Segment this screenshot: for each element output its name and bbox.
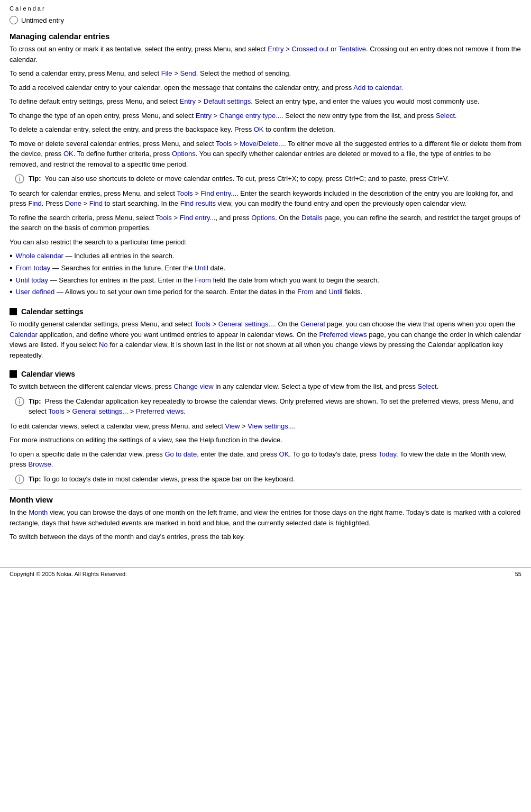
bullet-until-today: • Until today — Searches for entries in … <box>10 275 521 286</box>
link-today: Today <box>378 450 396 458</box>
link-until-2: Until <box>328 288 342 296</box>
link-change-view: Change view <box>173 382 213 390</box>
link-find-entry-1: Find entry.... <box>200 189 238 197</box>
para-edit-views: To edit calendar views, select a calenda… <box>10 421 521 432</box>
link-from-today: From today <box>16 264 51 272</box>
link-browse: Browse <box>28 460 51 468</box>
page-footer: Copyright © 2005 Nokia. All Rights Reser… <box>0 567 531 580</box>
svg-point-4 <box>19 399 20 400</box>
bullet-user-defined-rest: — Allows you to set your own time period… <box>54 288 362 296</box>
untimed-entry-icon <box>10 16 18 24</box>
bullet-until-today-rest: — Searches for entries in the past. Ente… <box>48 276 379 284</box>
link-general-settings-2: General settings... <box>72 407 129 415</box>
para-calendar-settings: To modify general calendar settings, pre… <box>10 319 521 360</box>
tip-icon-2 <box>15 397 24 406</box>
link-select-2: Select <box>418 382 437 390</box>
para-change-entry-type: To change the type of an open entry, pre… <box>10 111 521 121</box>
link-view-settings: View settings.... <box>248 422 296 430</box>
bullet-list-time-period: • Whole calendar — Includes all entries … <box>10 251 521 298</box>
link-from-field: From <box>195 276 211 284</box>
link-tools-2: Tools <box>177 189 193 197</box>
link-find-1: Find <box>28 199 41 207</box>
para-tab-key: To switch between the days of the month … <box>10 532 521 542</box>
tip-icon-3 <box>15 475 24 484</box>
svg-point-1 <box>19 177 20 178</box>
link-details: Details <box>301 214 323 222</box>
link-entry-1: Entry <box>268 45 283 53</box>
para-send: To send a calendar entry, press Menu, an… <box>10 68 521 79</box>
link-go-to-date: Go to date <box>164 450 197 458</box>
link-entry-3: Entry <box>196 112 212 120</box>
tip-box-1: Tip: You can also use shortcuts to delet… <box>10 174 521 184</box>
link-options-2: Options <box>251 214 275 222</box>
link-preferred-views-2: Preferred views <box>136 407 184 415</box>
para-restrict-time: You can also restrict the search to a pa… <box>10 237 521 248</box>
link-send: Send <box>180 69 196 77</box>
link-ok-1: OK <box>254 125 264 133</box>
page-number: 55 <box>515 571 521 577</box>
link-select-1: Select <box>436 112 455 120</box>
para-default-settings: To define default entry settings, press … <box>10 96 521 107</box>
tip-icon-1 <box>15 174 24 184</box>
bullet-from-today: • From today — Searches for entries in t… <box>10 263 521 274</box>
bullet-whole-calendar-rest: — Includes all entries in the search. <box>63 252 175 260</box>
link-find-entry-2: Find entry... <box>180 214 216 222</box>
calendar-settings-section-heading: Calendar settings <box>10 307 521 316</box>
bullet-user-defined: • User defined — Allows you to set your … <box>10 287 521 298</box>
link-no: No <box>99 341 108 349</box>
link-find-results: Find results <box>180 199 216 207</box>
page-title: Calendar <box>10 5 46 12</box>
link-tentative: Tentative <box>338 45 366 53</box>
page-header: Calendar <box>0 0 531 14</box>
untimed-entry-label: Untimed entry <box>21 16 64 24</box>
para-move-delete: To move or delete several calendar entri… <box>10 139 521 170</box>
link-until-1: Until <box>195 264 208 272</box>
bullet-whole-calendar: • Whole calendar — Includes all entries … <box>10 251 521 262</box>
tip-text-2: Tip: Press the Calendar application key … <box>29 396 521 417</box>
link-crossed-out: Crossed out <box>291 45 328 53</box>
link-default-settings: Default settings <box>204 97 251 105</box>
para-go-to-date: To open a specific date in the calendar … <box>10 449 521 470</box>
para-search-entries: To search for calendar entries, press Me… <box>10 188 521 209</box>
black-square-1 <box>10 308 17 315</box>
para-add-calendar: To add a received calendar entry to your… <box>10 83 521 93</box>
link-options-1: Options <box>172 150 196 158</box>
calendar-settings-heading: Calendar settings <box>21 307 83 316</box>
para-crossout: To cross out an entry or mark it as tent… <box>10 44 521 65</box>
tip-box-3: Tip: To go to today's date in most calen… <box>10 474 521 485</box>
link-tools-1: Tools <box>216 140 232 148</box>
black-square-2 <box>10 370 17 378</box>
link-tools-4: Tools <box>195 320 210 328</box>
link-file: File <box>161 69 172 77</box>
bullet-from-today-rest: — Searches for entries in the future. En… <box>50 264 225 272</box>
calendar-views-section-heading: Calendar views <box>10 370 521 378</box>
para-switch-views: To switch between the different calendar… <box>10 381 521 392</box>
link-tools-5: Tools <box>48 407 64 415</box>
link-calendar-app: Calendar <box>10 331 38 339</box>
link-general: General <box>300 320 325 328</box>
link-entry-2: Entry <box>180 97 196 105</box>
link-done: Done <box>65 199 81 207</box>
main-content: Untimed entry Managing calendar entries … <box>0 14 531 562</box>
link-change-entry-type: Change entry type.... <box>219 112 283 120</box>
link-user-defined: User defined <box>16 288 55 296</box>
link-ok-3: OK <box>279 450 289 458</box>
link-tools-3: Tools <box>156 214 172 222</box>
link-month-view: Month <box>29 508 48 516</box>
link-until-today: Until today <box>16 276 48 284</box>
tip-text-3: Tip: To go to today's date in most calen… <box>29 474 295 485</box>
para-refine-search: To refine the search criteria, press Men… <box>10 213 521 233</box>
calendar-views-heading: Calendar views <box>21 370 75 378</box>
para-help-function: For more instructions on editing the set… <box>10 435 521 445</box>
tip-box-2: Tip: Press the Calendar application key … <box>10 396 521 417</box>
copyright: Copyright © 2005 Nokia. All Rights Reser… <box>10 571 127 577</box>
tip-text-1: Tip: You can also use shortcuts to delet… <box>29 174 449 184</box>
para-delete-entry: To delete a calendar entry, select the e… <box>10 124 521 135</box>
link-view: View <box>225 422 240 430</box>
link-general-settings-1: General settings.... <box>218 320 276 328</box>
link-move-delete: Move/Delete.... <box>240 140 286 148</box>
link-preferred-views-1: Preferred views <box>319 331 367 339</box>
managing-heading: Managing calendar entries <box>10 32 521 41</box>
month-view-heading: Month view <box>10 495 521 504</box>
para-month-view: In the Month view, you can browse the da… <box>10 507 521 528</box>
